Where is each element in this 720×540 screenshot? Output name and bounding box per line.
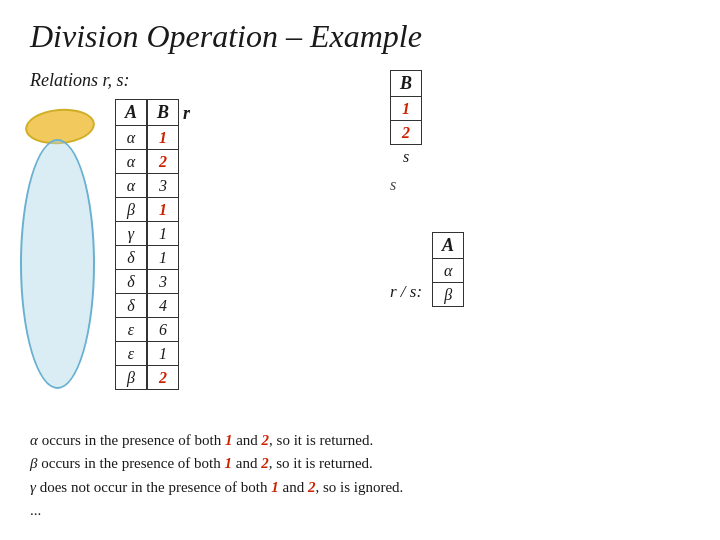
table-row: 4 (147, 294, 179, 318)
table-row: 1 (147, 222, 179, 246)
s-row: 1 (390, 97, 422, 121)
col-a: A α α α β γ δ δ δ ε ε β (115, 99, 147, 390)
table-row: 2 (147, 366, 179, 390)
table-row: δ (115, 270, 147, 294)
rs-section: r / s: A α β (390, 232, 464, 307)
table-row: 6 (147, 318, 179, 342)
rs-row: β (432, 283, 464, 307)
table-row: 2 (147, 150, 179, 174)
table-row: ε (115, 318, 147, 342)
col-a-rs-header: A (432, 232, 464, 259)
oval-yellow (24, 106, 97, 147)
table-s: B 1 2 s (390, 70, 422, 166)
table-row: β (115, 366, 147, 390)
col-b-s: B 1 2 (390, 70, 422, 145)
table-row: 1 (147, 126, 179, 150)
s-footer-label: s (390, 148, 422, 166)
footer-line-1: α occurs in the presence of both 1 and 2… (30, 429, 403, 452)
s-note: s (390, 176, 396, 194)
table-row: 1 (147, 342, 179, 366)
table-rs: A α β (432, 232, 464, 307)
page-title: Division Operation – Example (0, 0, 720, 65)
table-row: ε (115, 342, 147, 366)
table-row: δ (115, 294, 147, 318)
table-row: 1 (147, 198, 179, 222)
table-row: β (115, 198, 147, 222)
footer-line-4: ... (30, 499, 403, 522)
col-a-header: A (115, 99, 147, 126)
footer-line-3: γ does not occur in the presence of both… (30, 476, 403, 499)
rs-row: α (432, 259, 464, 283)
right-section: B 1 2 s s r / s: A α β (390, 70, 464, 307)
col-b-s-header: B (390, 70, 422, 97)
table-row: α (115, 126, 147, 150)
table-row: γ (115, 222, 147, 246)
table-row: 1 (147, 246, 179, 270)
s-row: 2 (390, 121, 422, 145)
rs-label: r / s: (390, 282, 422, 302)
col-b-header: B (147, 99, 179, 126)
table-row: 3 (147, 270, 179, 294)
oval-decorations (20, 109, 110, 399)
table-row: α (115, 150, 147, 174)
footer-text: α occurs in the presence of both 1 and 2… (30, 429, 403, 522)
table-r: A α α α β γ δ δ δ ε ε β B (115, 99, 179, 390)
col-b: B 1 2 3 1 1 1 3 4 6 1 2 (147, 99, 179, 390)
left-section: Relations r, s: A α α α β γ δ δ (30, 70, 350, 390)
table-row: 3 (147, 174, 179, 198)
footer-line-2: β occurs in the presence of both 1 and 2… (30, 452, 403, 475)
relations-label: Relations r, s: (30, 70, 130, 91)
r-label: r (183, 103, 190, 124)
table-row: α (115, 174, 147, 198)
table-row: δ (115, 246, 147, 270)
oval-blue (20, 139, 95, 389)
